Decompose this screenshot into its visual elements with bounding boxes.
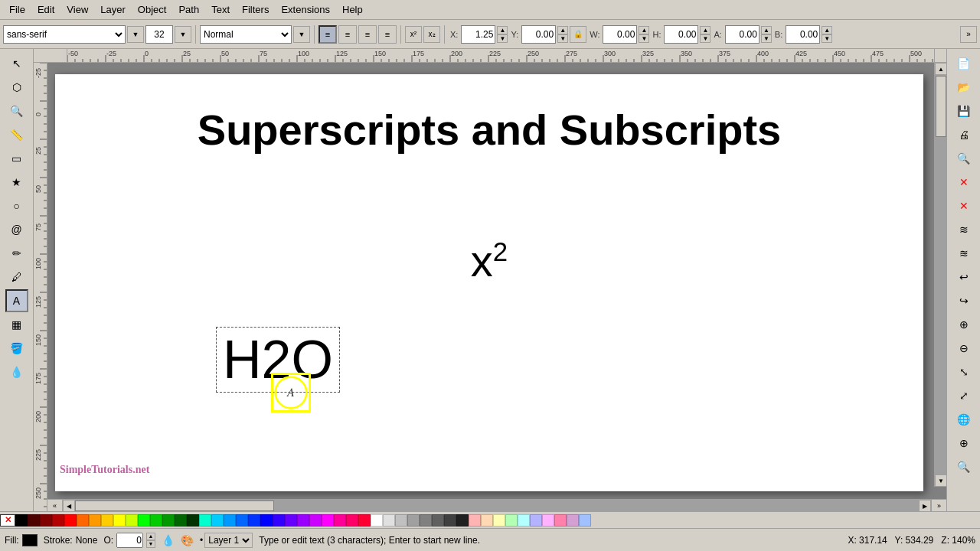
color-swatch-ice[interactable] (518, 514, 530, 527)
menu-edit[interactable]: Edit (31, 2, 60, 17)
color-swatch-gray-38[interactable] (432, 514, 444, 527)
save-document-button[interactable]: 💾 (952, 99, 975, 122)
star-tool[interactable]: ★ (5, 171, 28, 194)
color-swatch-red[interactable] (64, 514, 77, 527)
delete-button[interactable]: ✕ (952, 194, 975, 217)
vscroll-up-button[interactable]: ▲ (935, 63, 946, 75)
vscroll-down-button[interactable]: ▼ (935, 474, 946, 487)
right-tool-11[interactable]: 🔍 (952, 455, 975, 478)
color-swatch-crimson[interactable] (358, 514, 371, 527)
hscroll-thumb[interactable] (75, 500, 274, 511)
color-swatch-blue-d[interactable] (248, 514, 260, 527)
color-swatch-red800[interactable] (40, 514, 52, 527)
align-right-button[interactable]: ≡ (358, 25, 377, 44)
color-swatch-pink[interactable] (334, 514, 346, 527)
spiral-tool[interactable]: @ (5, 218, 28, 241)
calligraphy-tool[interactable]: 🖊 (5, 266, 28, 289)
color-swatch-blue-l[interactable] (224, 514, 236, 527)
fill-color-box[interactable] (22, 534, 38, 546)
hscroll-track[interactable] (75, 500, 919, 511)
right-tool-5[interactable]: ⊕ (952, 313, 975, 336)
gradient-tool[interactable]: ▦ (5, 313, 28, 336)
menu-text[interactable]: Text (205, 2, 236, 17)
zoom-in-button[interactable]: 🔍 (952, 147, 975, 170)
select-tool[interactable]: ↖ (5, 52, 28, 75)
open-document-button[interactable]: 📂 (952, 76, 975, 99)
right-tool-10[interactable]: ⊕ (952, 432, 975, 455)
color-swatch-teal[interactable] (187, 514, 199, 527)
hscroll-expand-left[interactable]: « (47, 500, 63, 511)
color-swatch-mint[interactable] (505, 514, 518, 527)
color-swatch-rose[interactable] (346, 514, 358, 527)
y-value-input[interactable] (521, 25, 556, 44)
rectangle-tool[interactable]: ▭ (5, 147, 28, 170)
new-document-button[interactable]: 📄 (952, 52, 975, 75)
color-swatch-green-d[interactable] (162, 514, 175, 527)
layer-select[interactable]: Layer 1 (204, 533, 253, 548)
menu-layer[interactable]: Layer (94, 2, 132, 17)
color-swatch-gray-63[interactable] (407, 514, 420, 527)
hscrollbar[interactable]: « ◀ ▶ » (47, 499, 946, 511)
color-swatch-cyan-l[interactable] (211, 514, 224, 527)
hscroll-right-button[interactable]: ▶ (919, 500, 931, 511)
right-tool-6[interactable]: ⊖ (952, 337, 975, 360)
b-spinner[interactable]: ▲▼ (822, 26, 832, 43)
node-tool[interactable]: ⬡ (5, 76, 28, 99)
vscroll-thumb[interactable] (936, 76, 946, 137)
x-value-input[interactable] (461, 25, 495, 44)
zoom-tool[interactable]: 🔍 (5, 99, 28, 122)
color-swatch-orange[interactable] (89, 514, 101, 527)
dropper-tool[interactable]: 💧 (5, 360, 28, 383)
color-icon[interactable]: 🎨 (181, 534, 194, 546)
color-swatch-orange-r[interactable] (77, 514, 89, 527)
align-justify-button[interactable]: ≡ (378, 25, 397, 44)
pencil-tool[interactable]: ✏ (5, 242, 28, 265)
subscript-button[interactable]: x₂ (423, 26, 440, 43)
color-swatch-gray-90[interactable] (383, 514, 395, 527)
h-value-input[interactable] (664, 25, 698, 44)
a-spinner[interactable]: ▲▼ (761, 26, 772, 43)
color-swatch-lavender[interactable] (542, 514, 554, 527)
color-swatch-indigo[interactable] (273, 514, 285, 527)
canvas-page[interactable]: Superscripts and Subscripts x2 H2O (55, 74, 923, 491)
color-swatch-black[interactable] (15, 514, 28, 527)
overflow-button[interactable]: » (960, 26, 977, 43)
ellipse-tool[interactable]: ○ (5, 194, 28, 217)
right-tool-8[interactable]: ⤢ (952, 384, 975, 407)
font-size-input[interactable] (145, 25, 173, 44)
superscript-button[interactable]: x² (405, 26, 422, 43)
font-style-select[interactable]: Normal (200, 25, 292, 44)
zoom-out-button[interactable]: ✕ (952, 171, 975, 194)
color-swatch-peach[interactable] (481, 514, 493, 527)
opacity-up-button[interactable]: ▲ (146, 533, 155, 540)
color-swatch-yellow-g[interactable] (126, 514, 138, 527)
vscrollbar[interactable]: ▲ ▼ (934, 63, 946, 487)
eyedropper-icon[interactable]: 💧 (162, 534, 175, 546)
font-family-select[interactable]: sans-serif (3, 25, 126, 44)
h-spinner[interactable]: ▲▼ (700, 26, 710, 43)
no-color-swatch[interactable]: ✕ (0, 514, 15, 527)
y-spinner[interactable]: ▲▼ (557, 26, 568, 43)
a-value-input[interactable] (725, 25, 760, 44)
color-swatch-green[interactable] (150, 514, 162, 527)
x-spinner[interactable]: ▲▼ (497, 26, 508, 43)
color-swatch-violet[interactable] (285, 514, 297, 527)
right-tool-1[interactable]: ≋ (952, 218, 975, 241)
menu-view[interactable]: View (60, 2, 94, 17)
color-swatch-cornflower[interactable] (579, 514, 591, 527)
menu-object[interactable]: Object (132, 2, 173, 17)
color-swatch-lemon[interactable] (493, 514, 505, 527)
w-value-input[interactable] (603, 25, 637, 44)
hscroll-left-button[interactable]: ◀ (63, 500, 75, 511)
color-swatch-purple-l[interactable] (297, 514, 309, 527)
color-swatch-darkred[interactable] (28, 514, 40, 527)
align-center-button[interactable]: ≡ (338, 25, 357, 44)
color-swatch-gray-50[interactable] (420, 514, 432, 527)
opacity-input[interactable] (116, 533, 143, 548)
color-swatch-gray-25[interactable] (444, 514, 456, 527)
color-swatch-green-dd[interactable] (175, 514, 187, 527)
menu-path[interactable]: Path (172, 2, 205, 17)
color-swatch-blue[interactable] (236, 514, 248, 527)
right-tool-2[interactable]: ≋ (952, 242, 975, 265)
menu-file[interactable]: File (3, 2, 31, 17)
